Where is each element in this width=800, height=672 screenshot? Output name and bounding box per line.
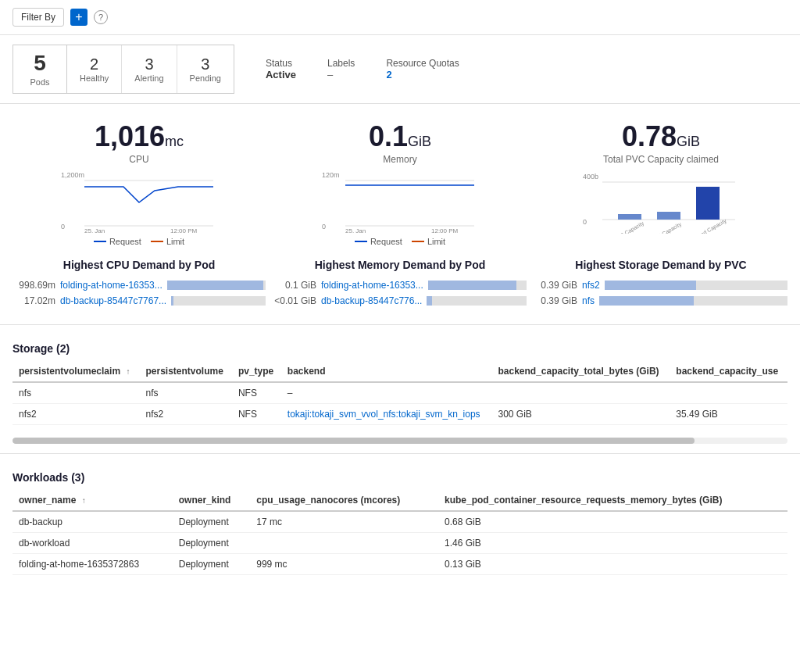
- pods-count: 5: [34, 52, 46, 76]
- workload-row-1: db-workload Deployment 1.46 GiB: [12, 532, 788, 553]
- pods-status-group: 2 Healthy 3 Alerting 3 Pending: [67, 45, 234, 94]
- storage-row-0: nfs nfs NFS –: [12, 382, 788, 404]
- cpu-demand-row-1: 17.02m db-backup-85447c7767...: [12, 293, 266, 309]
- pods-healthy: 2 Healthy: [67, 45, 122, 93]
- memory-y-max: 120m: [322, 171, 340, 179]
- cpu-y-max: 1,200m: [61, 171, 84, 179]
- storage-demand-title: Highest Storage Demand by PVC: [534, 259, 788, 271]
- storage-table: persistentvolumeclaim ↑ persistentvolume…: [12, 361, 788, 425]
- memory-demand-link-1[interactable]: db-backup-85447c776...: [321, 295, 422, 306]
- summary-bar: 5 Pods 2 Healthy 3 Alerting 3 Pending St…: [0, 35, 800, 104]
- memory-demand-block: Highest Memory Demand by Pod 0.1 GiB fol…: [273, 259, 527, 309]
- limit-label: Limit: [166, 237, 184, 246]
- alerting-count: 3: [145, 55, 153, 73]
- storage-col-backend[interactable]: backend: [281, 361, 492, 382]
- storage-y-max: 400b: [583, 173, 598, 181]
- storage-demand-row-1: 0.39 GiB nfs: [534, 293, 788, 309]
- workload-kind-2: Deployment: [173, 553, 251, 574]
- storage-demand-bar-bg-0: [605, 281, 788, 290]
- storage-pvc-0: nfs: [12, 382, 140, 404]
- quotas-meta: Resource Quotas 2: [386, 58, 459, 80]
- pending-label: Pending: [190, 73, 221, 83]
- cpu-demand-bar-bg-1: [171, 296, 266, 306]
- svg-text:12:00 PM: 12:00 PM: [431, 227, 459, 234]
- storage-pvc-1: nfs2: [12, 403, 140, 424]
- filter-button[interactable]: Filter By: [12, 8, 64, 27]
- cpu-demand-val-1: 17.02m: [12, 295, 55, 306]
- storage-demand-link-1[interactable]: nfs: [582, 295, 595, 306]
- workload-row-0: db-backup Deployment 17 mc 0.68 GiB: [12, 511, 788, 533]
- storage-col-capacity[interactable]: backend_capacity_total_bytes (GiB): [491, 361, 670, 382]
- cpu-demand-link-1[interactable]: db-backup-85447c7767...: [60, 295, 166, 306]
- workload-cpu-1: [250, 532, 438, 553]
- cpu-chart-svg: 1,200m 0 25. Jan 12:00 PM: [61, 171, 217, 234]
- cpu-demand-bar-fill-0: [167, 281, 264, 290]
- storage-table-head: persistentvolumeclaim ↑ persistentvolume…: [12, 361, 788, 382]
- cpu-demand-block: Highest CPU Demand by Pod 998.69m foldin…: [12, 259, 266, 309]
- cpu-value: 1,016mc: [95, 123, 184, 151]
- memory-y-min: 0: [322, 223, 326, 231]
- workload-kind-0: Deployment: [173, 511, 251, 533]
- storage-col-pvc[interactable]: persistentvolumeclaim ↑: [12, 361, 140, 382]
- workloads-col-kind[interactable]: owner_kind: [173, 490, 251, 511]
- pvc-label: Total PVC Capacity claimed: [603, 154, 719, 165]
- status-meta: Status Active: [266, 58, 296, 80]
- workloads-col-name[interactable]: owner_name ↑: [12, 490, 173, 511]
- status-value: Active: [266, 69, 296, 80]
- memory-value: 0.1GiB: [369, 123, 431, 151]
- storage-usage-0: [670, 382, 788, 404]
- storage-section-title: Storage (2): [12, 334, 788, 361]
- workload-row-2: folding-at-home-1635372863 Deployment 99…: [12, 553, 788, 574]
- workload-name-0: db-backup: [12, 511, 173, 533]
- memory-label: Memory: [383, 154, 416, 165]
- pods-alerting: 3 Alerting: [122, 45, 177, 93]
- memory-chart-block: 120m 0 25. Jan 12:00 PM Request Limit: [273, 171, 527, 246]
- storage-col-pv[interactable]: persistentvolume: [140, 361, 232, 382]
- storage-demand-bar-fill-0: [605, 281, 696, 290]
- workloads-col-cpu[interactable]: cpu_usage_nanocores (mcores): [250, 490, 438, 511]
- status-key: Status: [266, 58, 296, 69]
- cpu-demand-val-0: 998.69m: [12, 280, 55, 291]
- workload-cpu-0: 17 mc: [250, 511, 438, 533]
- svg-rect-10: [618, 214, 641, 220]
- memory-chart-svg: 120m 0 25. Jan 12:00 PM: [322, 171, 478, 234]
- divider-2: [0, 453, 800, 454]
- pods-total-box: 5 Pods: [12, 45, 67, 94]
- pvc-value: 0.78GiB: [622, 123, 700, 151]
- svg-text:Backend Capacity: Backend Capacity: [687, 217, 728, 234]
- storage-backend-1: tokaji:tokaji_svm_vvol_nfs:tokaji_svm_kn…: [281, 403, 492, 424]
- labels-key: Labels: [327, 58, 355, 69]
- cpu-metric: 1,016mc CPU: [12, 123, 266, 165]
- labels-meta: Labels –: [327, 58, 355, 80]
- storage-pv-1: nfs2: [140, 403, 232, 424]
- mem-request-label: Request: [370, 237, 402, 246]
- help-button[interactable]: ?: [94, 10, 108, 24]
- storage-demand-link-0[interactable]: nfs2: [582, 280, 600, 291]
- pods-pending: 3 Pending: [177, 45, 234, 93]
- mem-request-dash-icon: [355, 241, 367, 242]
- memory-request-legend: Request: [355, 237, 402, 246]
- storage-usage-1: 35.49 GiB: [670, 403, 788, 424]
- demand-section: Highest CPU Demand by Pod 998.69m foldin…: [0, 252, 800, 315]
- quotas-value[interactable]: 2: [386, 69, 459, 80]
- svg-text:25. Jan: 25. Jan: [84, 227, 105, 234]
- storage-demand-bar-bg-1: [599, 296, 788, 306]
- cpu-request-legend: Request: [94, 237, 141, 246]
- cpu-demand-bar-bg-0: [167, 281, 266, 290]
- workloads-table-head: owner_name ↑ owner_kind cpu_usage_nanoco…: [12, 490, 788, 511]
- svg-text:PV Capacity: PV Capacity: [653, 221, 683, 234]
- cpu-demand-row-0: 998.69m folding-at-home-16353...: [12, 277, 266, 293]
- storage-scrollbar[interactable]: [12, 438, 788, 444]
- cpu-demand-bar-fill-1: [171, 296, 173, 306]
- memory-demand-title: Highest Memory Demand by Pod: [273, 259, 527, 271]
- storage-backend-0: –: [281, 382, 492, 404]
- storage-backend-link-1[interactable]: tokaji:tokaji_svm_vvol_nfs:tokaji_svm_kn…: [288, 409, 480, 420]
- storage-col-pvtype[interactable]: pv_type: [232, 361, 281, 382]
- add-button[interactable]: +: [70, 9, 88, 26]
- cpu-demand-link-0[interactable]: folding-at-home-16353...: [60, 280, 162, 291]
- workloads-col-memory[interactable]: kube_pod_container_resource_requests_mem…: [438, 490, 788, 511]
- memory-demand-link-0[interactable]: folding-at-home-16353...: [321, 280, 423, 291]
- healthy-count: 2: [90, 55, 98, 73]
- memory-limit-legend: Limit: [412, 237, 445, 246]
- storage-col-usage[interactable]: backend_capacity_use: [670, 361, 788, 382]
